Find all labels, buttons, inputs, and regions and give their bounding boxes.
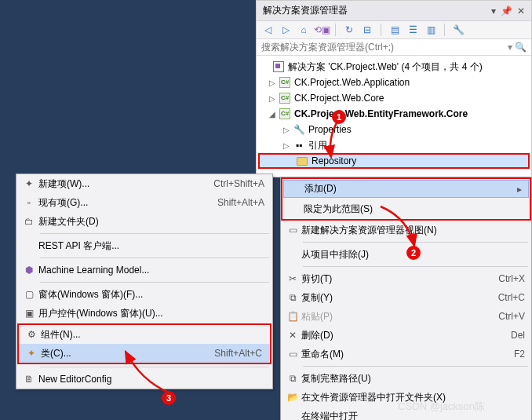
ml-icon: ⬢ xyxy=(20,265,38,276)
file-icon: 🗎 xyxy=(20,374,38,385)
project-tree: 解决方案 'CK.Project.Web' (4 个项目，共 4 个) ▷C# … xyxy=(257,56,531,177)
menu-label: 用户控件(Windows 窗体)(U)... xyxy=(38,307,264,320)
menu-add[interactable]: 添加(D)▸ xyxy=(283,180,529,198)
repository-folder-node[interactable]: Repository xyxy=(258,153,530,169)
delete-icon: ✕ xyxy=(284,330,301,341)
csharp-project-icon: C# xyxy=(279,77,290,88)
shortcut: Del xyxy=(505,330,525,341)
menu-open-terminal[interactable]: 在终端中打开 xyxy=(281,407,531,420)
preview-icon[interactable]: ▥ xyxy=(425,24,437,36)
menu-label: 剪切(T) xyxy=(301,272,492,286)
annotation-badge-1: 1 xyxy=(332,110,346,124)
pin-icon[interactable]: 📌 xyxy=(501,5,512,16)
properties-node[interactable]: ▷🔧 Properties xyxy=(257,122,531,137)
panel-titlebar: 解决方案资源管理器 ▾ 📌 ✕ xyxy=(257,1,531,21)
menu-label: 在文件资源管理器中打开文件夹(X) xyxy=(301,391,525,404)
annotation-arrow xyxy=(377,203,432,257)
menu-label: 在终端中打开 xyxy=(301,410,525,421)
forward-icon[interactable]: ▷ xyxy=(279,24,292,36)
panel-title-text: 解决方案资源管理器 xyxy=(263,4,348,17)
cut-icon: ✂ xyxy=(284,273,301,284)
menu-label: 复制完整路径(U) xyxy=(301,372,525,385)
menu-paste: 📋粘贴(P)Ctrl+V xyxy=(281,307,531,326)
usercontrol-icon: ▣ xyxy=(20,308,38,319)
menu-user-control[interactable]: ▣用户控件(Windows 窗体)(U)... xyxy=(16,304,272,323)
menu-label: 粘贴(P) xyxy=(301,310,492,323)
close-icon[interactable]: ✕ xyxy=(517,5,525,16)
dropdown-icon[interactable]: ▾ xyxy=(491,5,496,16)
solution-node[interactable]: 解决方案 'CK.Project.Web' (4 个项目，共 4 个) xyxy=(257,59,531,75)
new-item-icon: ✦ xyxy=(20,178,38,189)
menu-existing-item[interactable]: ▫现有项(G)...Shift+Alt+A xyxy=(16,193,272,212)
refresh-icon[interactable]: ↻ xyxy=(343,24,355,36)
project-label: CK.Project.Web.EntityFramework.Core xyxy=(294,108,468,119)
paste-icon: 📋 xyxy=(284,311,301,322)
menu-new-item[interactable]: ✦新建项(W)...Ctrl+Shift+A xyxy=(16,174,272,193)
project-label: CK.Project.Web.Core xyxy=(294,93,384,104)
form-icon: ▢ xyxy=(20,289,38,300)
menu-delete[interactable]: ✕删除(D)Del xyxy=(281,326,531,345)
project-node[interactable]: ◢C# CK.Project.Web.EntityFramework.Core xyxy=(257,106,531,122)
collapse-icon[interactable]: ⊟ xyxy=(361,24,373,36)
references-node[interactable]: ▷▪▪ 引用 xyxy=(257,137,531,153)
csharp-project-icon: C# xyxy=(279,108,290,119)
panel-toolbar: ◁ ▷ ⌂ ⟲▣ ↻ ⊟ ▤ ☰ ▥ 🔧 xyxy=(257,21,531,39)
showall-icon[interactable]: ▤ xyxy=(388,24,401,36)
component-icon: ⚙ xyxy=(22,329,41,340)
menu-copy-path[interactable]: ⧉复制完整路径(U) xyxy=(281,369,531,388)
submenu-arrow-icon: ▸ xyxy=(511,184,522,195)
menu-component[interactable]: ⚙组件(N)... xyxy=(19,325,270,344)
annotation-badge-2: 2 xyxy=(406,246,421,260)
annotation-badge-3: 3 xyxy=(162,391,176,405)
properties-icon[interactable]: ☰ xyxy=(406,24,419,36)
annotation-arrow xyxy=(322,118,353,165)
menu-label: 删除(D) xyxy=(301,329,505,342)
shortcut: Ctrl+X xyxy=(492,273,525,284)
solution-icon xyxy=(273,61,284,72)
shortcut: Shift+Alt+C xyxy=(214,348,262,359)
menu-rest-api[interactable]: REST API 客户端... xyxy=(16,236,272,255)
wrench-icon[interactable]: 🔧 xyxy=(452,24,465,36)
menu-windows-form[interactable]: ▢窗体(Windows 窗体)(F)... xyxy=(16,285,272,304)
search-dropdown-icon[interactable]: ▾ 🔍 xyxy=(508,42,527,53)
menu-label: 重命名(M) xyxy=(301,348,508,361)
back-icon[interactable]: ◁ xyxy=(261,24,274,36)
menu-rename[interactable]: ▭重命名(M)F2 xyxy=(281,345,531,363)
wrench-icon: 🔧 xyxy=(293,123,305,136)
project-node[interactable]: ▷C# CK.Project.Web.Core xyxy=(257,90,531,106)
menu-new-folder[interactable]: 🗀新建文件夹(D) xyxy=(16,212,272,231)
menu-cut[interactable]: ✂剪切(T)Ctrl+X xyxy=(281,269,531,288)
existing-item-icon: ▫ xyxy=(20,197,38,208)
menu-ml-model[interactable]: ⬢Machine Learning Model... xyxy=(16,261,272,279)
rename-icon: ▭ xyxy=(284,349,301,360)
copy-icon: ⧉ xyxy=(284,292,301,303)
window-icon: ▭ xyxy=(284,225,301,236)
solution-explorer-panel: 解决方案资源管理器 ▾ 📌 ✕ ◁ ▷ ⌂ ⟲▣ ↻ ⊟ ▤ ☰ ▥ 🔧 ▾ 🔍… xyxy=(256,0,532,177)
shortcut: Ctrl+V xyxy=(492,311,525,322)
search-row: ▾ 🔍 xyxy=(257,39,531,56)
menu-label: 复制(Y) xyxy=(301,291,492,305)
folder-icon xyxy=(297,157,308,166)
menu-label: 现有项(G)... xyxy=(38,196,217,210)
menu-open-folder[interactable]: 📂在文件资源管理器中打开文件夹(X) xyxy=(281,388,531,407)
menu-label: 添加(D) xyxy=(304,182,511,195)
references-icon: ▪▪ xyxy=(293,139,305,152)
project-node[interactable]: ▷C# CK.Project.Web.Application xyxy=(257,75,531,90)
shortcut: Ctrl+C xyxy=(492,292,525,303)
menu-label: 窗体(Windows 窗体)(F)... xyxy=(38,288,264,301)
solution-label: 解决方案 'CK.Project.Web' (4 个项目，共 4 个) xyxy=(288,60,483,74)
copy-icon: ⧉ xyxy=(284,373,301,384)
menu-copy[interactable]: ⧉复制(Y)Ctrl+C xyxy=(281,288,531,307)
folder-open-icon: 📂 xyxy=(284,392,301,403)
shortcut: Shift+Alt+A xyxy=(217,197,264,208)
project-label: CK.Project.Web.Application xyxy=(294,77,410,88)
menu-label: 新建项(W)... xyxy=(38,177,213,191)
home-icon[interactable]: ⌂ xyxy=(297,24,310,36)
csharp-project-icon: C# xyxy=(279,93,290,104)
search-input[interactable] xyxy=(261,42,508,53)
menu-label: REST API 客户端... xyxy=(38,239,264,253)
shortcut: F2 xyxy=(508,349,525,360)
class-icon: ✦ xyxy=(22,348,41,359)
shortcut: Ctrl+Shift+A xyxy=(213,178,264,189)
sync-icon[interactable]: ⟲▣ xyxy=(315,24,328,36)
